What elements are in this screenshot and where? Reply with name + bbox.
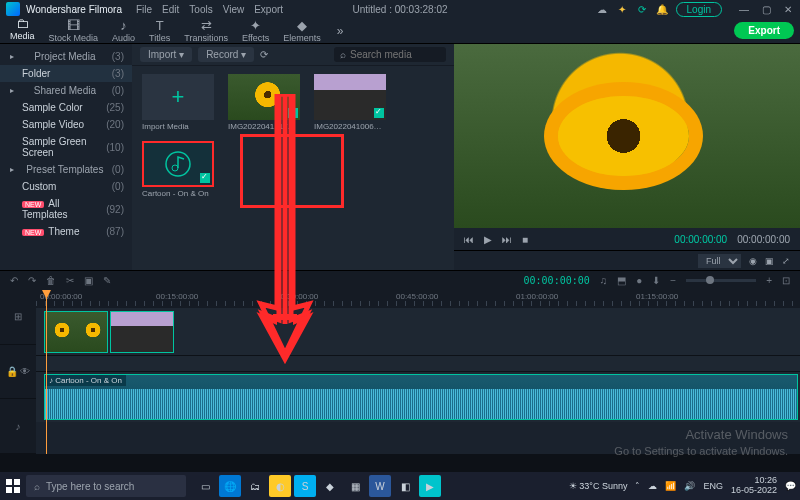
media-clip-audio[interactable]: Cartoon - On & On — [142, 141, 214, 198]
volume-icon[interactable]: 🔊 — [684, 481, 695, 491]
timeline-audio-clip[interactable]: ♪ Cartoon - On & On — [44, 374, 798, 420]
task-view-icon[interactable]: ▭ — [194, 475, 216, 497]
start-button[interactable] — [4, 477, 22, 495]
sidebar-item-theme[interactable]: NEWTheme(87) — [0, 223, 132, 240]
sidebar-item-preset-templates[interactable]: Preset Templates(0) — [0, 161, 132, 178]
record-dropdown[interactable]: Record ▾ — [198, 47, 254, 62]
onedrive-icon[interactable]: ☁ — [648, 481, 657, 491]
import-dropdown[interactable]: Import ▾ — [140, 47, 192, 62]
sidebar-item-sample-green-screen[interactable]: Sample Green Screen(10) — [0, 133, 132, 161]
close-icon[interactable]: ✕ — [782, 4, 794, 15]
network-icon[interactable]: 📶 — [665, 481, 676, 491]
language-indicator[interactable]: ENG — [703, 481, 723, 491]
tab-transitions[interactable]: ⇄Transitions — [178, 17, 234, 46]
cloud-icon[interactable]: ☁ — [596, 3, 608, 15]
render-button[interactable]: ⬇ — [652, 275, 660, 286]
menu-view[interactable]: View — [223, 4, 245, 15]
edit-button[interactable]: ✎ — [103, 275, 111, 286]
maximize-icon[interactable]: ▢ — [760, 4, 772, 15]
sidebar-item-custom[interactable]: Custom(0) — [0, 178, 132, 195]
audio-icon: ♪ — [120, 19, 127, 32]
delete-button[interactable]: 🗑 — [46, 275, 56, 286]
menu-export[interactable]: Export — [254, 4, 283, 15]
tab-stock-media[interactable]: 🎞Stock Media — [43, 17, 105, 46]
chrome-icon[interactable]: ◐ — [269, 475, 291, 497]
weather-text: 33°C Sunny — [579, 481, 627, 491]
audio-track-header[interactable]: ♪ — [0, 399, 36, 454]
undo-button[interactable]: ↶ — [10, 275, 18, 286]
video-track[interactable] — [36, 308, 800, 356]
tab-audio[interactable]: ♪Audio — [106, 17, 141, 46]
next-frame-button[interactable]: ⏭ — [502, 234, 512, 245]
export-button[interactable]: Export — [734, 22, 794, 39]
stop-button[interactable]: ■ — [522, 234, 528, 245]
weather-widget[interactable]: ☀ 33°C Sunny — [569, 481, 628, 491]
playhead[interactable] — [46, 290, 47, 454]
refresh-icon[interactable]: ⟳ — [636, 3, 648, 15]
timeline-video-clip[interactable] — [110, 311, 174, 353]
sidebar-item-shared-media[interactable]: Shared Media(0) — [0, 82, 132, 99]
tab-elements[interactable]: ◆Elements — [277, 17, 327, 46]
media-browser: Import ▾ Record ▾ ⟳ ⌕ Import Media IMG20… — [132, 44, 454, 270]
notifications-icon[interactable]: 💬 — [785, 481, 796, 491]
app-icon[interactable]: ◧ — [394, 475, 416, 497]
zoom-in-button[interactable]: + — [766, 275, 772, 286]
skype-icon[interactable]: S — [294, 475, 316, 497]
clock[interactable]: 10:26 16-05-2022 — [731, 476, 777, 496]
menu-file[interactable]: File — [136, 4, 152, 15]
taskbar-search[interactable]: ⌕ Type here to search — [26, 475, 186, 497]
zoom-slider[interactable] — [686, 279, 756, 282]
login-button[interactable]: Login — [676, 2, 722, 17]
tab-effects[interactable]: ✦Effects — [236, 17, 275, 46]
expand-icon[interactable]: ⤢ — [782, 256, 790, 266]
record-voiceover-button[interactable]: ● — [636, 275, 642, 286]
video-track-header[interactable]: 🔒 👁 — [0, 345, 36, 400]
refresh-icon[interactable]: ⟳ — [260, 49, 268, 60]
preview-canvas[interactable] — [454, 44, 800, 228]
track-options-button[interactable]: ⊞ — [0, 290, 36, 345]
bell-icon[interactable]: 🔔 — [656, 3, 668, 15]
split-button[interactable]: ✂ — [66, 275, 74, 286]
edge-icon[interactable]: 🌐 — [219, 475, 241, 497]
marker-button[interactable]: ⬒ — [617, 275, 626, 286]
tab-titles[interactable]: TTitles — [143, 17, 176, 46]
prev-frame-button[interactable]: ⏮ — [464, 234, 474, 245]
media-clip[interactable]: IMG20220411174718 — [228, 74, 300, 131]
sidebar-item-project-media[interactable]: Project Media(3) — [0, 48, 132, 65]
sidebar-item-all-templates[interactable]: NEWAll Templates(92) — [0, 195, 132, 223]
search-input[interactable]: ⌕ — [334, 47, 446, 62]
crop-button[interactable]: ▣ — [84, 275, 93, 286]
sparkle-icon[interactable]: ✦ — [616, 3, 628, 15]
sidebar-item-folder[interactable]: Folder(3) — [0, 65, 132, 82]
zoom-fit-button[interactable]: ⊡ — [782, 275, 790, 286]
marker-icon[interactable]: ▣ — [765, 256, 774, 266]
media-clip[interactable]: IMG20220410060032 — [314, 74, 386, 131]
titles-icon: T — [156, 19, 164, 32]
timeline-video-clip[interactable] — [44, 311, 108, 353]
menu-edit[interactable]: Edit — [162, 4, 179, 15]
explorer-icon[interactable]: 🗂 — [244, 475, 266, 497]
filmora-icon[interactable]: ▶ — [419, 475, 441, 497]
play-button[interactable]: ▶ — [484, 234, 492, 245]
sidebar-item-sample-color[interactable]: Sample Color(25) — [0, 99, 132, 116]
windows-activation-watermark: Activate Windows Go to Settings to activ… — [614, 427, 788, 458]
sidebar-item-sample-video[interactable]: Sample Video(20) — [0, 116, 132, 133]
app-icon[interactable]: ▦ — [344, 475, 366, 497]
fit-select[interactable]: Full — [698, 254, 741, 268]
zoom-out-button[interactable]: − — [670, 275, 676, 286]
tray-chevron-icon[interactable]: ˄ — [635, 481, 640, 491]
menu-tools[interactable]: Tools — [189, 4, 212, 15]
word-icon[interactable]: W — [369, 475, 391, 497]
app-icon[interactable]: ◆ — [319, 475, 341, 497]
chevron-right-icon[interactable]: » — [337, 24, 344, 38]
timeline-ruler[interactable]: 00:00:00:00 00:15:00:00 00:30:00:00 00:4… — [36, 290, 800, 308]
snapshot-icon[interactable]: ◉ — [749, 256, 757, 266]
redo-button[interactable]: ↷ — [28, 275, 36, 286]
search-field[interactable] — [350, 49, 440, 60]
import-media-tile[interactable]: Import Media — [142, 74, 214, 131]
mixer-icon[interactable]: ♫ — [600, 275, 608, 286]
audio-track[interactable]: ♪ Cartoon - On & On — [36, 372, 800, 422]
menu-bar: File Edit Tools View Export — [136, 4, 283, 15]
minimize-icon[interactable]: — — [738, 4, 750, 15]
tab-media[interactable]: 🗀Media — [4, 15, 41, 46]
